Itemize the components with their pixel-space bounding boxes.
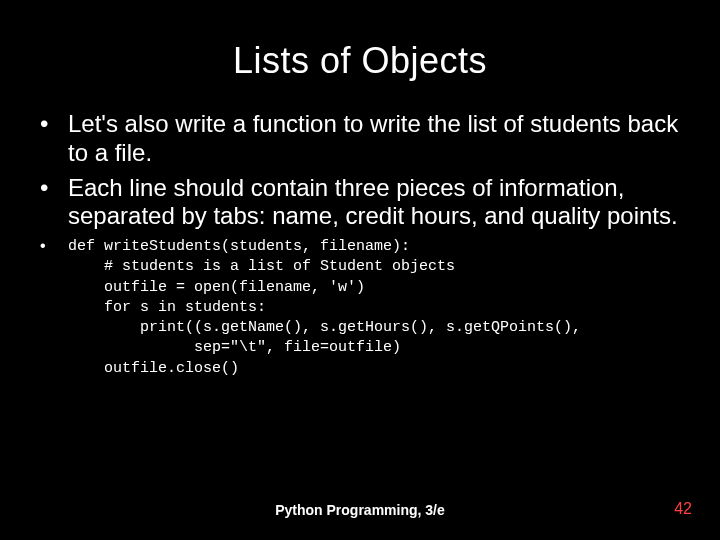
bullet-item: Each line should contain three pieces of… <box>30 174 690 232</box>
bullet-list: Let's also write a function to write the… <box>30 110 690 379</box>
code-block: def writeStudents(students, filename): #… <box>68 237 690 379</box>
footer-text: Python Programming, 3/e <box>0 502 720 518</box>
code-bullet: def writeStudents(students, filename): #… <box>30 237 690 379</box>
slide: Lists of Objects Let's also write a func… <box>0 0 720 540</box>
page-number: 42 <box>674 500 692 518</box>
bullet-item: Let's also write a function to write the… <box>30 110 690 168</box>
slide-title: Lists of Objects <box>30 40 690 82</box>
